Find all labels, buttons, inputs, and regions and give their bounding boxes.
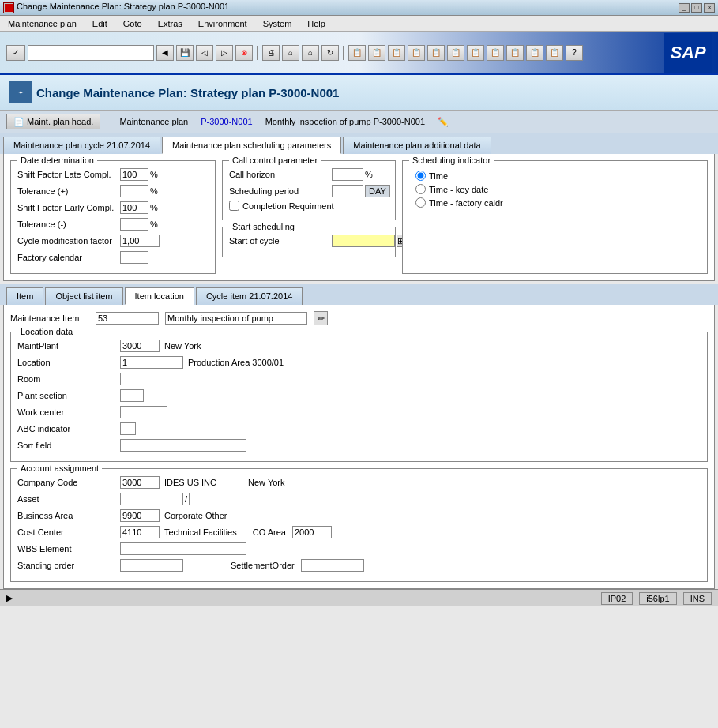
standing-order-input[interactable] — [120, 559, 183, 572]
tab-plan-cycle[interactable]: Maintenance plan cycle 21.07.2014 — [3, 137, 160, 154]
tab-cycle-item[interactable]: Cycle item 21.07.2014 — [196, 287, 303, 305]
menu-extras[interactable]: Extras — [153, 17, 187, 30]
menu-edit[interactable]: Edit — [88, 17, 112, 30]
btn7-icon[interactable]: 📋 — [467, 45, 484, 61]
maintenance-plan-description: Monthly inspection of pump P-3000-N001 — [265, 117, 425, 126]
location-input[interactable] — [120, 356, 183, 369]
cycle-mod-label: Cycle modification factor — [17, 236, 120, 246]
save-icon[interactable]: 💾 — [176, 45, 194, 61]
menu-help[interactable]: Help — [303, 17, 330, 30]
plant-section-label: Plant section — [17, 391, 120, 400]
shift-early-input[interactable] — [120, 201, 148, 214]
plant-section-input[interactable] — [120, 389, 144, 402]
cost-center-input[interactable] — [120, 526, 160, 538]
maintenance-plan-value[interactable]: P-3000-N001 — [201, 117, 252, 126]
maint-plan-head-button[interactable]: 📄 Maint. plan head. — [6, 114, 100, 129]
abc-indicator-input[interactable] — [120, 422, 136, 435]
maintenance-item-desc[interactable] — [165, 312, 307, 325]
tab-item[interactable]: Item — [6, 287, 43, 305]
sap-header: ✓ ◀ 💾 ◁ ▷ ⊗ 🖨 ⌂ ⌂ ↻ 📋 📋 📋 📋 📋 📋 📋 📋 📋 📋 … — [0, 32, 718, 75]
business-area-text: Corporate Other — [164, 511, 227, 520]
radio-time-label: Time — [429, 171, 448, 181]
cycle-mod-input[interactable] — [120, 235, 160, 247]
stop-icon[interactable]: ⊗ — [235, 45, 253, 61]
maint-plant-input[interactable] — [120, 340, 160, 352]
start-scheduling-title: Start scheduling — [229, 222, 298, 231]
tolerance-minus-input[interactable] — [120, 218, 148, 231]
location-data-box: Location data MaintPlant New York Locati… — [10, 332, 708, 462]
tab-item-location[interactable]: Item location — [125, 287, 194, 305]
date-determination-title: Date determination — [17, 156, 97, 165]
business-area-label: Business Area — [17, 511, 120, 520]
maximize-btn[interactable]: □ — [691, 3, 702, 13]
asset-sub-input[interactable] — [189, 493, 212, 505]
find2-icon[interactable]: ⌂ — [302, 45, 319, 61]
scheduling-params-panel: Date determination Shift Factor Late Com… — [3, 154, 715, 281]
menu-system[interactable]: System — [258, 17, 297, 30]
btn8-icon[interactable]: 📋 — [487, 45, 504, 61]
nav-prev2-icon[interactable]: ◁ — [196, 45, 213, 61]
start-cycle-input[interactable] — [332, 235, 395, 247]
wbs-input[interactable] — [120, 542, 246, 555]
sort-field-row: Sort field — [17, 438, 701, 452]
day-badge: DAY — [365, 185, 390, 197]
settlement-order-input[interactable] — [301, 559, 364, 572]
btn2-icon[interactable]: 📋 — [368, 45, 385, 61]
menu-environment[interactable]: Environment — [194, 17, 252, 30]
maintenance-item-edit-icon[interactable]: ✏ — [314, 311, 328, 325]
scheduling-period-input[interactable] — [332, 185, 363, 197]
menu-maintenance-plan[interactable]: Maintenance plan — [3, 17, 81, 30]
edit-icon[interactable]: ✏️ — [438, 117, 449, 127]
completion-req-label: Completion Requirment — [242, 201, 334, 211]
radio-key-date-label: Time - key date — [429, 185, 488, 194]
radio-factory-caldr[interactable] — [415, 197, 426, 208]
btn4-icon[interactable]: 📋 — [408, 45, 425, 61]
company-code-input[interactable] — [120, 476, 160, 489]
standing-order-row: Standing order SettlementOrder — [17, 558, 701, 572]
btn9-icon[interactable]: 📋 — [506, 45, 524, 61]
room-input[interactable] — [120, 373, 167, 385]
asset-input[interactable] — [120, 493, 183, 505]
btn3-icon[interactable]: 📋 — [388, 45, 405, 61]
close-btn[interactable]: × — [704, 3, 715, 13]
find-icon[interactable]: ⌂ — [282, 45, 299, 61]
call-horizon-input[interactable] — [332, 168, 363, 181]
minimize-btn[interactable]: _ — [679, 3, 690, 13]
location-label: Location — [17, 358, 120, 367]
location-data-title: Location data — [17, 327, 76, 336]
menu-goto[interactable]: Goto — [118, 17, 147, 30]
work-center-row: Work center — [17, 405, 701, 419]
radio-time[interactable] — [415, 171, 426, 181]
refresh-icon[interactable]: ↻ — [321, 45, 339, 61]
print-icon[interactable]: 🖨 — [262, 45, 280, 61]
radio-key-date[interactable] — [415, 184, 426, 194]
btn10-icon[interactable]: 📋 — [526, 45, 543, 61]
business-area-input[interactable] — [120, 509, 160, 522]
tab-scheduling-params[interactable]: Maintenance plan scheduling parameters — [162, 137, 341, 154]
asset-row: Asset / — [17, 492, 701, 506]
btn6-icon[interactable]: 📋 — [447, 45, 464, 61]
factory-cal-input[interactable] — [120, 251, 148, 264]
abc-indicator-row: ABC indicator — [17, 422, 701, 436]
tolerance-plus-input[interactable] — [120, 185, 148, 197]
btn5-icon[interactable]: 📋 — [427, 45, 445, 61]
maintenance-item-number[interactable] — [96, 312, 159, 325]
btn11-icon[interactable]: 📋 — [546, 45, 563, 61]
co-area-input[interactable] — [292, 526, 332, 538]
tab-additional-data[interactable]: Maintenance plan additional data — [343, 137, 491, 154]
work-center-input[interactable] — [120, 406, 167, 418]
sort-field-input[interactable] — [120, 439, 246, 452]
nav-prev-icon[interactable]: ◀ — [156, 45, 174, 61]
shift-late-input[interactable] — [120, 168, 148, 181]
nav-next-icon[interactable]: ▷ — [216, 45, 233, 61]
call-horizon-label: Call horizon — [229, 170, 332, 179]
btn1-icon[interactable]: 📋 — [348, 45, 366, 61]
completion-req-checkbox[interactable] — [229, 201, 239, 211]
command-input[interactable] — [28, 45, 154, 61]
tab-object-list[interactable]: Object list item — [45, 287, 122, 305]
account-assignment-title: Account assignment — [17, 463, 102, 473]
back-icon[interactable]: ✓ — [6, 45, 25, 61]
shift-late-suffix: % — [150, 170, 158, 179]
shift-early-row: Shift Factor Early Compl. % — [17, 201, 209, 215]
help-icon[interactable]: ? — [566, 45, 583, 61]
